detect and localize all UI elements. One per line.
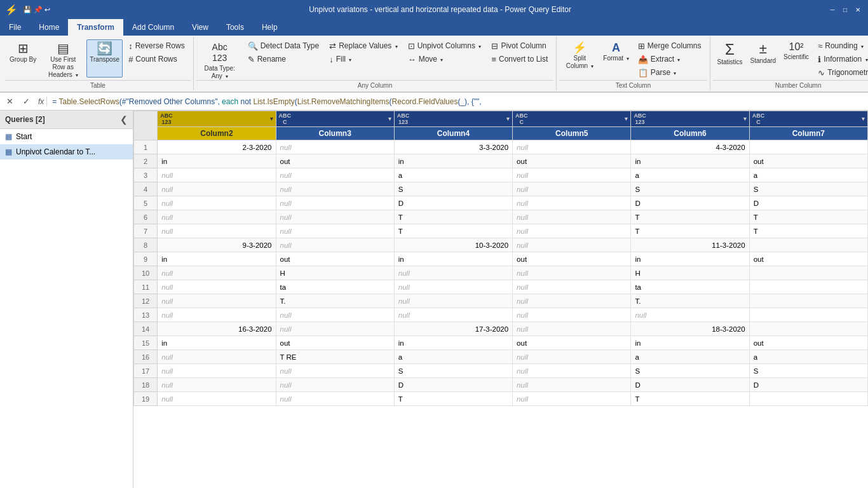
cell-col6: S — [631, 364, 749, 378]
cell-col7 — [749, 280, 867, 294]
format-button[interactable]: A Format ▾ — [600, 39, 632, 78]
extract-button[interactable]: 📤 Extract ▾ — [634, 53, 706, 65]
detect-data-type-button[interactable]: 🔍 Detect Data Type — [243, 39, 324, 52]
cell-col6: 18-3-2020 — [631, 322, 749, 336]
close-btn[interactable]: ✕ — [853, 4, 863, 15]
cell-col2: null — [158, 182, 276, 196]
count-rows-button[interactable]: # Count Rows — [124, 53, 189, 65]
table-row: 16nullT REanullaa — [134, 350, 868, 364]
sidebar-item-start[interactable]: ▦ Start — [0, 129, 133, 144]
information-button[interactable]: ℹ Information ▾ — [813, 53, 868, 65]
table-small-items: ↕ Reverse Rows # Count Rows — [124, 39, 189, 65]
main-area: Queries [2] ❮ ▦ Start ▦ Unpivot Calendar… — [0, 111, 868, 488]
formula-cancel-btn[interactable]: ✕ — [3, 95, 17, 109]
any-col-small-right: ⇄ Replace Values ▾ ↓ Fill ▾ — [325, 39, 402, 65]
col-header-col3[interactable]: ABC C ▾ Column3 — [276, 111, 394, 140]
cell-col7: T — [749, 210, 867, 224]
tab-home[interactable]: Home — [30, 19, 68, 36]
sidebar-item-unpivot[interactable]: ▦ Unpivot Calendar to T... — [0, 144, 133, 159]
trigonometry-button[interactable]: ∿ Trigonometry ▾ — [813, 66, 868, 79]
cell-col2: in — [158, 336, 276, 350]
transpose-button[interactable]: 🔄 Transpose — [86, 39, 123, 78]
split-column-button[interactable]: ⚡ Split Column ▾ — [560, 39, 599, 78]
col-header-col4[interactable]: ABC123 ▾ Column4 — [394, 111, 512, 140]
merge-columns-button[interactable]: ⊞ Merge Columns — [634, 39, 706, 52]
parse-label: Parse ▾ — [651, 68, 677, 77]
group-by-button[interactable]: ⊞ Group By — [6, 39, 39, 78]
cell-col7: a — [749, 168, 867, 182]
cell-col6: T — [631, 392, 749, 406]
tab-help[interactable]: Help — [253, 19, 287, 36]
convert-icon: ≡ — [491, 55, 496, 64]
cell-col5: null — [513, 350, 631, 364]
window-controls: ─ □ ✕ — [827, 4, 863, 15]
fill-button[interactable]: ↓ Fill ▾ — [325, 53, 402, 65]
cell-col5: null — [513, 364, 631, 378]
cell-col5: null — [513, 196, 631, 210]
cell-col6: T. — [631, 294, 749, 308]
rename-icon: ✎ — [248, 55, 255, 64]
cell-col3: ta — [276, 280, 394, 294]
transpose-icon: 🔄 — [97, 42, 112, 55]
parse-button[interactable]: 📋 Parse ▾ — [634, 66, 706, 79]
table-row: 4nullnullSnullSS — [134, 182, 868, 196]
cell-col7 — [749, 294, 867, 308]
any-column-group-label: Any Column — [196, 80, 554, 89]
cell-col6: 11-3-2020 — [631, 238, 749, 252]
move-label: Move ▾ — [419, 55, 444, 64]
standard-button[interactable]: ± Standard — [747, 39, 780, 78]
tab-view[interactable]: View — [183, 19, 217, 36]
table-header: ABC123 ▾ Column2 ABC C ▾ — [134, 111, 868, 140]
cell-col4: T — [394, 224, 512, 238]
table-row: 1416-3-2020null17-3-2020null18-3-2020 — [134, 322, 868, 336]
table-row: 89-3-2020null10-3-2020null11-3-2020 — [134, 238, 868, 252]
tab-file[interactable]: File — [0, 19, 30, 36]
scientific-button[interactable]: 10² Scientific — [780, 39, 812, 78]
detect-icon: 🔍 — [248, 41, 258, 51]
fill-icon: ↓ — [329, 55, 334, 64]
tab-tools[interactable]: Tools — [217, 19, 253, 36]
cell-col4: 10-3-2020 — [394, 238, 512, 252]
replace-values-button[interactable]: ⇄ Replace Values ▾ — [325, 39, 402, 52]
cell-col5: null — [513, 210, 631, 224]
count-rows-icon: # — [128, 55, 133, 64]
trig-label: Trigonometry ▾ — [827, 68, 868, 77]
table-row: 17nullnullSnullSS — [134, 364, 868, 378]
convert-to-list-button[interactable]: ≡ Convert to List — [487, 53, 552, 65]
trig-icon: ∿ — [818, 68, 825, 78]
format-label: Format ▾ — [603, 55, 628, 62]
statistics-button[interactable]: Σ Statistics — [714, 39, 746, 78]
row-number: 7 — [134, 224, 158, 238]
col-header-col6[interactable]: ABC123 ▾ Column6 — [631, 111, 749, 140]
extract-icon: 📤 — [638, 55, 648, 64]
data-type-button[interactable]: Abc123 Data Type: Any ▾ — [198, 39, 242, 78]
data-type-label: Data Type: Any ▾ — [201, 65, 239, 80]
formula-input[interactable]: = Table.SelectRows(#"Removed Other Colum… — [50, 96, 865, 107]
cell-col3: out — [276, 252, 394, 266]
col-header-col2[interactable]: ABC123 ▾ Column2 — [158, 111, 276, 140]
cell-col3: null — [276, 196, 394, 210]
rename-button[interactable]: ✎ Rename — [243, 53, 324, 65]
sidebar-collapse-btn[interactable]: ❮ — [120, 114, 128, 125]
formula-confirm-btn[interactable]: ✓ — [19, 95, 33, 109]
maximize-btn[interactable]: □ — [840, 4, 850, 15]
tab-transform[interactable]: Transform — [68, 19, 123, 36]
move-button[interactable]: ↔ Move ▾ — [403, 53, 486, 65]
pivot-column-button[interactable]: ⊟ Pivot Column — [487, 39, 552, 52]
ribbon-group-number-column: Σ Statistics ± Standard 10² Scientific ≈… — [710, 37, 869, 90]
use-first-row-button[interactable]: ▤ Use First Row as Headers ▾ — [41, 39, 85, 78]
cell-col5: null — [513, 266, 631, 280]
reverse-rows-label: Reverse Rows — [135, 41, 185, 50]
col-header-col5[interactable]: ABC C ▾ Column5 — [513, 111, 631, 140]
group-by-icon: ⊞ — [18, 42, 29, 55]
rounding-button[interactable]: ≈ Rounding ▾ — [813, 39, 868, 52]
unpivot-columns-button[interactable]: ⊡ Unpivot Columns ▾ — [403, 39, 486, 52]
tab-add-column[interactable]: Add Column — [123, 19, 183, 36]
minimize-btn[interactable]: ─ — [827, 4, 837, 15]
data-type-icon: Abc123 — [212, 42, 227, 64]
reverse-rows-button[interactable]: ↕ Reverse Rows — [124, 39, 189, 52]
col-header-col7[interactable]: ABC C ▾ Column7 — [749, 111, 867, 140]
cell-col7: out — [749, 336, 867, 350]
table-row: 10nullHnullnullH — [134, 266, 868, 280]
row-number: 17 — [134, 364, 158, 378]
